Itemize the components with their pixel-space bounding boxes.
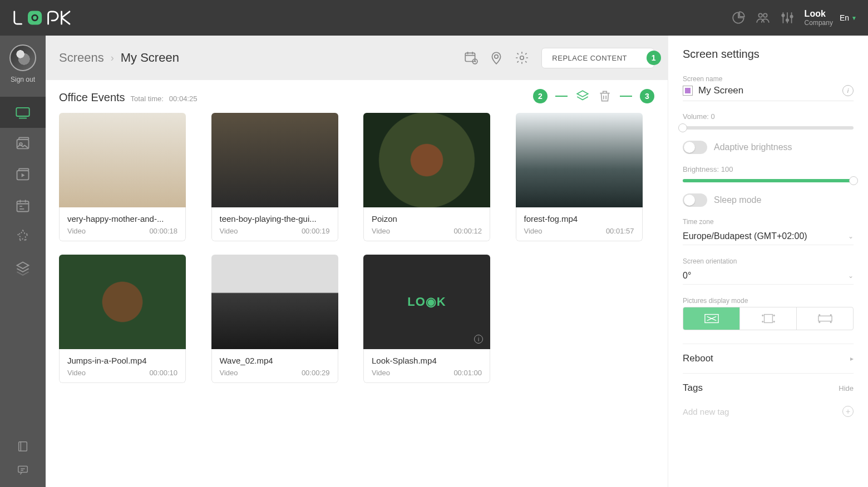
thumbnail [59,255,186,349]
svg-rect-16 [466,53,475,61]
svg-rect-21 [764,315,772,323]
nav-apps[interactable] [0,221,46,252]
thumbnail [211,255,338,349]
media-card[interactable]: Wave_02.mp4Video00:00:29 [211,255,338,383]
svg-rect-15 [18,466,28,473]
location-icon[interactable] [489,51,504,65]
media-card[interactable]: teen-boy-playing-the-gui...Video00:00:19 [211,113,338,241]
brightness-slider[interactable] [683,179,854,182]
media-card[interactable]: iLook-Splash.mp4Video00:01:00 [363,255,490,383]
tour-badge-1: 1 [647,51,661,65]
adaptive-brightness-toggle[interactable] [683,141,707,154]
nav-media[interactable] [0,128,46,159]
playlist-title: Office Events [59,91,125,104]
svg-point-6 [790,16,792,18]
nav-schedule[interactable] [0,190,46,221]
tour-badge-2: 2 [533,89,548,103]
add-tag-row[interactable]: Add new tag + [683,402,854,417]
svg-point-22 [762,315,763,316]
panel-title: Screen settings [683,48,854,61]
display-mode-stretch[interactable] [797,307,853,330]
display-mode-fill[interactable] [740,307,797,330]
orientation-select[interactable]: 0°⌄ [683,267,854,285]
svg-point-24 [762,321,763,322]
media-card[interactable]: very-happy-mother-and-...Video00:00:18 [59,113,186,241]
settings-sliders-icon[interactable] [780,11,795,25]
display-mode-fit[interactable] [683,307,740,330]
orientation-label: Screen orientation [683,257,854,265]
tour-badge-3: 3 [640,89,654,103]
svg-point-25 [773,321,775,322]
svg-point-28 [830,315,831,316]
breadcrumb-row: Screens › My Screen REPLACE CONTENT 1 [46,36,668,80]
layers-icon[interactable] [575,89,590,103]
svg-point-19 [520,56,524,60]
display-mode-group [683,307,854,330]
nav-playlists[interactable] [0,159,46,190]
chevron-right-icon: ▸ [850,355,854,362]
help-icon[interactable] [17,440,29,453]
main: Screens › My Screen REPLACE CONTENT 1 Of… [46,36,668,487]
plus-icon: + [842,406,854,417]
nav-screens[interactable] [0,97,46,128]
settings-panel: Screen settings Screen name i Volume: 0 … [668,36,868,487]
svg-point-29 [818,322,820,323]
brightness-label: Brightness: 100 [683,165,854,173]
sleep-mode-toggle[interactable] [683,193,707,207]
svg-rect-7 [16,108,29,116]
info-icon[interactable]: i [842,85,854,96]
svg-point-2 [758,13,762,17]
thumbnail [59,113,186,207]
screen-color-icon[interactable] [683,86,693,96]
svg-rect-26 [818,316,831,321]
company-block[interactable]: Look Company [805,8,833,27]
language-selector[interactable]: En▼ [840,13,857,22]
tags-row[interactable]: Tags Hide [683,373,854,402]
thumbnail [211,113,338,207]
media-card[interactable]: forest-fog.mp4Video00:01:57 [516,113,643,241]
breadcrumb-root[interactable]: Screens [59,51,104,65]
volume-slider[interactable] [683,126,854,130]
timezone-label: Time zone [683,218,854,226]
svg-point-3 [763,13,767,17]
timezone-select[interactable]: Europe/Budapest (GMT+02:00)⌄ [683,228,854,245]
replace-content-button[interactable]: REPLACE CONTENT 1 [541,48,654,68]
company-sub: Company [805,19,833,27]
media-card[interactable]: Jumps-in-a-Pool.mp4Video00:00:10 [59,255,186,383]
svg-point-30 [830,322,831,323]
chat-icon[interactable] [17,464,29,476]
thumbnail [516,113,643,207]
svg-rect-0 [28,12,41,24]
chevron-down-icon: ⌄ [848,232,854,240]
info-icon[interactable]: i [474,335,483,344]
schedule-icon[interactable] [463,51,478,65]
svg-rect-13 [17,201,29,212]
topbar: Look Company En▼ [0,0,868,36]
company-name: Look [805,8,833,19]
svg-point-23 [773,315,775,316]
nav-layers[interactable] [0,252,46,284]
svg-rect-14 [19,442,27,451]
thumbnail [363,113,490,207]
gear-icon[interactable] [515,51,529,65]
sidebar: Sign out [0,36,46,487]
adaptive-brightness-label: Adaptive brightness [714,142,792,152]
avatar[interactable] [9,44,36,71]
volume-label: Volume: 0 [683,112,854,121]
breadcrumb-current: My Screen [121,51,179,65]
signout-link[interactable]: Sign out [11,76,35,83]
playlist-time-value: 00:04:25 [169,95,198,103]
media-card[interactable]: PoizonVideo00:00:12 [363,113,490,241]
stats-icon[interactable] [731,11,746,25]
logo[interactable] [11,9,83,27]
thumbnail [363,255,490,349]
svg-point-18 [495,55,499,59]
reboot-row[interactable]: Reboot ▸ [683,344,854,373]
screen-name-input[interactable] [698,85,837,96]
playlist-time-label: Total time: [131,95,164,103]
content-area: Office Events Total time: 00:04:25 2 3 v… [46,80,668,487]
trash-icon[interactable] [598,89,612,103]
svg-point-5 [786,19,788,21]
chevron-right-icon: › [111,52,114,64]
users-icon[interactable] [756,11,770,25]
